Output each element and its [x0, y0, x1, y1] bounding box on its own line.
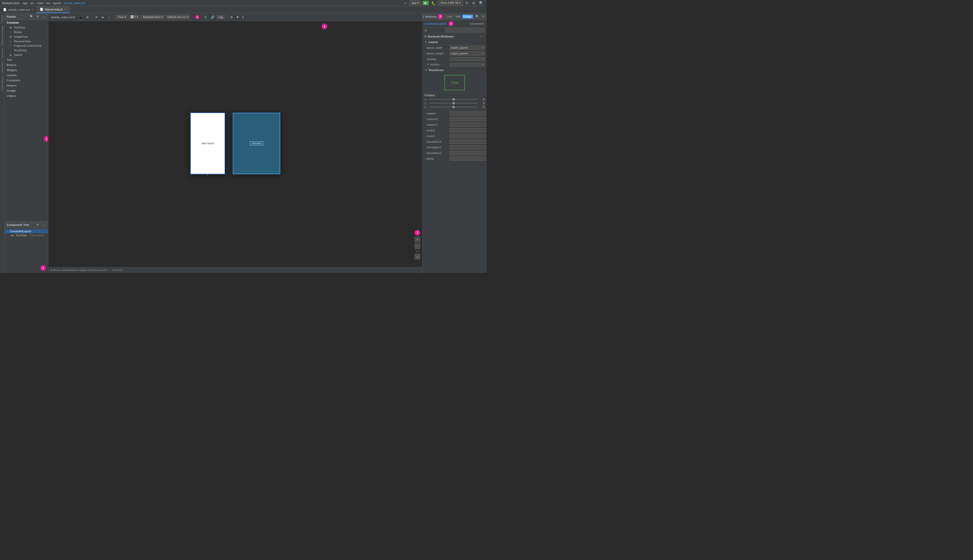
build-variants-tab[interactable]: Build Variants: [0, 75, 4, 92]
app-select[interactable]: MyApplication ▾: [141, 15, 165, 19]
structure-tab[interactable]: Structure: [0, 47, 4, 60]
breadcrumb-main[interactable]: main: [37, 2, 43, 5]
attr-settings-button[interactable]: ⚙: [481, 14, 485, 19]
rotation-y-slider[interactable]: [429, 103, 478, 104]
rotation-z-slider[interactable]: [429, 107, 478, 108]
align-btn[interactable]: ⊞: [229, 15, 234, 20]
palette-category-helpers[interactable]: Helpers: [5, 83, 48, 88]
translationZ-input[interactable]: [450, 151, 486, 155]
scaleY-input[interactable]: [450, 134, 486, 138]
declared-attr-remove-button[interactable]: −: [482, 34, 485, 38]
attr-id-input[interactable]: [445, 28, 485, 32]
visibility-dropdown[interactable]: ▾: [450, 57, 485, 61]
palette-category-layouts[interactable]: Layouts: [5, 73, 48, 78]
app-selector[interactable]: app ▾: [410, 0, 421, 5]
rotationX-input[interactable]: [450, 117, 486, 121]
breadcrumb-layout[interactable]: layout: [53, 2, 60, 5]
padding-select[interactable]: 0dp: [217, 15, 225, 19]
palette-category-common[interactable]: Common: [5, 20, 48, 25]
transforms-section[interactable]: ▼ Transforms: [423, 67, 486, 73]
tree-item-textview[interactable]: Ab TextView "Hello World!": [5, 233, 48, 237]
rotation-attr-input[interactable]: [450, 112, 486, 115]
translationX-input[interactable]: [450, 140, 486, 144]
declared-attributes-section[interactable]: ▶ Declared Attributes + −: [423, 33, 486, 40]
debug-button[interactable]: 🐛: [430, 0, 437, 6]
layout-width-dropdown[interactable]: match_parent ▾: [450, 46, 485, 50]
orientation-btn[interactable]: 📱: [77, 15, 84, 20]
palette-category-google[interactable]: Google: [5, 88, 48, 93]
textview-box[interactable]: TextView: [250, 142, 264, 145]
fit-button[interactable]: ⊡: [415, 254, 420, 260]
code-tab[interactable]: Code: [445, 15, 454, 18]
layout-section[interactable]: ▼ Layout: [423, 40, 486, 45]
tab-close-xml[interactable]: ✕: [31, 8, 33, 11]
breadcrumb-app[interactable]: MyApplication: [2, 2, 20, 5]
attr-search-button[interactable]: 🔍: [475, 14, 480, 19]
palette-collapse-button[interactable]: —: [41, 14, 46, 19]
resource-manager-tab[interactable]: Resource Manager: [0, 24, 4, 47]
alpha-input[interactable]: [450, 157, 486, 161]
rotation-x-slider[interactable]: [429, 99, 478, 100]
resize-handle[interactable]: [207, 174, 208, 176]
design-tab[interactable]: Design: [462, 15, 473, 18]
palette-category-text[interactable]: Text: [5, 57, 48, 62]
transform-attributes: rotation rotationX rotationY scaleX scal…: [423, 111, 486, 273]
palette-item-scrollview[interactable]: ↕ ScrollView: [5, 48, 48, 53]
search-icon[interactable]: 🔍: [478, 0, 485, 6]
translationY-input[interactable]: [450, 145, 486, 149]
device-selector[interactable]: Pixel 4 API 30 ▾: [438, 0, 463, 5]
pixel-select[interactable]: Pixel ▾: [116, 15, 128, 19]
settings-icon[interactable]: ⚙: [471, 0, 476, 6]
zoom-in-button[interactable]: +: [415, 237, 420, 242]
badge-7: 7: [415, 230, 420, 236]
locale-select[interactable]: Default (en-us) ▾: [166, 15, 191, 19]
palette-search-button[interactable]: 🔍: [29, 14, 34, 19]
palette-item-imageview[interactable]: 🖼 ImageView: [5, 34, 48, 39]
breadcrumb-src[interactable]: src: [30, 2, 34, 5]
palette-item-recyclerview[interactable]: ≡ RecyclerView: [5, 39, 48, 43]
file-label-btn[interactable]: activity_main.xml ▾: [50, 15, 76, 20]
constraints-btn[interactable]: 🔗: [209, 15, 216, 20]
breadcrumb-file[interactable]: activity_main.xml: [64, 2, 85, 5]
breadcrumb-res[interactable]: res: [46, 2, 50, 5]
orientation-toggle-btn[interactable]: ↔: [106, 15, 112, 20]
palette-item-fragmentcontainerview[interactable]: ≡ FragmentContainerView: [5, 43, 48, 48]
sync-button[interactable]: ↻: [465, 0, 470, 6]
blueprint-btn[interactable]: ◈: [100, 15, 105, 20]
tab-main-activity[interactable]: 📄 MainActivity.kt ✕: [37, 6, 70, 13]
device-layout-btn[interactable]: ⊞: [85, 15, 90, 20]
tree-settings-button[interactable]: ⚙: [35, 223, 40, 227]
guidelines-btn[interactable]: ✚: [235, 15, 240, 20]
tab-close-kt[interactable]: ✕: [64, 8, 66, 11]
vcs-icon[interactable]: ✓: [403, 0, 408, 6]
breadcrumb-app2[interactable]: app: [23, 2, 27, 5]
imageview-icon: 🖼: [9, 35, 12, 38]
palette-item-button[interactable]: □ Button: [5, 30, 48, 34]
palette-item-textview[interactable]: Ab TextView: [5, 25, 48, 30]
palette-settings-button[interactable]: ⚙: [35, 14, 40, 19]
rotationY-input[interactable]: [450, 123, 486, 127]
text-select[interactable]: 🅰 T ▾: [129, 15, 140, 19]
bookmarks-tab[interactable]: Bookmarks: [0, 60, 4, 75]
visibility-edit-dropdown[interactable]: ▾: [450, 63, 485, 67]
palette-category-buttons[interactable]: Buttons: [5, 62, 48, 67]
run-button[interactable]: ▶: [423, 1, 429, 5]
palette-category-legacy[interactable]: Legacy: [5, 93, 48, 98]
palette-category-widgets[interactable]: Widgets: [5, 67, 48, 73]
project-tab[interactable]: Project: [0, 13, 4, 24]
palette-item-switch[interactable]: ◉ Switch: [5, 53, 48, 57]
palette-item-recyclerview-label: RecyclerView: [14, 40, 31, 43]
tree-item-constraintlayout[interactable]: ⤷ ConstraintLayout: [5, 229, 48, 233]
scaleX-input[interactable]: [450, 128, 486, 132]
refresh-btn[interactable]: ↻: [203, 15, 208, 20]
layout-height-dropdown[interactable]: match_parent ▾: [450, 51, 485, 55]
info-btn2[interactable]: ℹ: [241, 15, 245, 20]
tree-collapse-button[interactable]: —: [41, 223, 46, 227]
palette-category-containers[interactable]: Containers: [5, 78, 48, 83]
declared-attr-add-button[interactable]: +: [480, 34, 481, 38]
eye-btn[interactable]: 👁: [94, 15, 99, 20]
attr-row-visibility: visibility ▾: [423, 56, 486, 62]
split-tab[interactable]: Split: [454, 15, 461, 18]
tab-activity-main[interactable]: 📄 activity_main.xml ✕: [0, 6, 37, 13]
zoom-out-button[interactable]: -: [415, 243, 420, 249]
